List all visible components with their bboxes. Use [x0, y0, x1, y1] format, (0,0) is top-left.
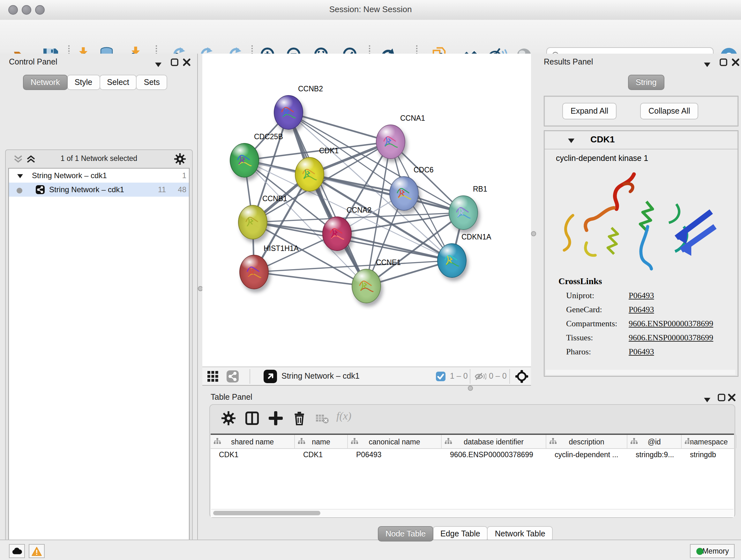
table-row[interactable]: CDK1CDK1P064939606.ENSP00000378699cyclin…	[211, 449, 734, 461]
node-CCNB1[interactable]	[238, 205, 267, 240]
warning-status-button[interactable]	[29, 544, 45, 558]
crosslink-value-link[interactable]: P06493	[629, 347, 654, 357]
tab-string[interactable]: String	[628, 75, 664, 90]
column-header-database-identifier[interactable]: database identifier	[442, 435, 546, 448]
edge-CCNB2-CCNE1[interactable]	[288, 112, 366, 286]
collapse-all-button[interactable]: Collapse All	[640, 103, 698, 119]
crosslink-value-link[interactable]: P06493	[629, 305, 654, 315]
network-collection-row[interactable]: String Network – cdk1 1	[9, 169, 189, 183]
tab-node-table[interactable]: Node Table	[378, 526, 433, 542]
add-column-icon[interactable]	[269, 411, 284, 427]
panel-menu-icon[interactable]	[154, 59, 165, 69]
float-panel-icon[interactable]	[718, 393, 728, 403]
crosslink-value-link[interactable]: 9606.ENSP00000378699	[629, 333, 713, 343]
table-cell[interactable]: cyclin-dependent ...	[546, 449, 627, 461]
control-panel-title: Control Panel	[9, 57, 57, 66]
gene-section-header[interactable]: CDK1	[544, 131, 738, 149]
node-label-CCNB1: CCNB1	[262, 195, 287, 202]
node-CCNA1[interactable]	[376, 125, 405, 159]
structure-thumbnail	[323, 217, 351, 250]
network-row[interactable]: String Network – cdk1 11 48	[9, 183, 189, 197]
panel-menu-icon[interactable]	[703, 394, 714, 404]
expand-all-button[interactable]: Expand All	[562, 103, 616, 119]
column-header-namespace[interactable]: namespace	[682, 435, 737, 448]
network-label: String Network – cdk1	[49, 185, 124, 194]
node-CCNA2[interactable]	[322, 216, 352, 251]
edge-CDK1-RB1[interactable]	[310, 174, 463, 212]
node-count: 11	[153, 185, 166, 194]
table-cell[interactable]: stringdb	[682, 449, 737, 461]
close-panel-icon[interactable]	[183, 57, 193, 68]
edge-CCNB2-CCNA1[interactable]	[288, 112, 391, 142]
collection-label: String Network – cdk1	[32, 171, 107, 180]
panel-menu-icon[interactable]	[703, 59, 714, 69]
splitter-handle[interactable]	[468, 386, 473, 391]
node-CCNE1[interactable]	[352, 269, 381, 303]
window-title: Session: New Session	[0, 4, 741, 14]
table-cell[interactable]: P06493	[348, 449, 442, 461]
tab-style[interactable]: Style	[67, 75, 100, 90]
close-panel-icon[interactable]	[731, 57, 741, 68]
table-panel: Table Panel f(x) shared namenamecanonica…	[202, 391, 741, 540]
node-HIST1H1A[interactable]	[239, 255, 269, 289]
cloud-status-button[interactable]	[9, 544, 25, 558]
tab-select[interactable]: Select	[99, 75, 137, 90]
tab-sets[interactable]: Sets	[136, 75, 167, 90]
edge-HIST1H1A-CCNE1[interactable]	[254, 272, 366, 286]
delete-column-icon[interactable]	[292, 411, 308, 427]
birds-eye-view-icon[interactable]	[264, 370, 277, 386]
crosslink-value-link[interactable]: P06493	[629, 291, 654, 301]
collection-count: 1	[174, 171, 186, 180]
network-options-gear-icon[interactable]	[174, 153, 186, 167]
node-CDC6[interactable]	[389, 176, 419, 211]
node-label-CCNB2: CCNB2	[298, 85, 323, 92]
node-RB1[interactable]	[449, 195, 478, 230]
table-cell[interactable]: CDK1	[295, 449, 348, 461]
node-CDKN1A[interactable]	[437, 243, 467, 278]
results-hscrollbar[interactable]	[546, 370, 735, 375]
show-columns-icon[interactable]	[245, 411, 260, 427]
fit-selected-crosshair-icon[interactable]	[515, 370, 529, 386]
network-badge-icon[interactable]	[226, 370, 239, 385]
grid-view-icon[interactable]	[207, 371, 218, 384]
collapse-tree-icon[interactable]	[17, 173, 23, 179]
float-panel-icon[interactable]	[171, 57, 181, 68]
column-header-shared-name[interactable]: shared name	[211, 435, 295, 448]
title-bar: Session: New Session	[0, 0, 741, 20]
current-network-title: String Network – cdk1	[281, 372, 360, 381]
tab-network[interactable]: Network	[23, 75, 68, 90]
node-CDC25B[interactable]	[230, 143, 259, 178]
node-CDK1[interactable]	[295, 157, 324, 192]
selected-checkbox-icon[interactable]	[436, 372, 446, 384]
column-header-description[interactable]: description	[546, 435, 627, 448]
column-header-canonical-name[interactable]: canonical name	[348, 435, 442, 448]
crosslink-value-link[interactable]: 9606.ENSP00000378699	[629, 319, 713, 329]
tab-network-table[interactable]: Network Table	[487, 526, 553, 542]
network-view-canvas[interactable]: CCNB2CCNA1CDC25BCDK1CDC6RB1CCNB1CCNA2CDK…	[202, 54, 531, 367]
node-label-CDK1: CDK1	[319, 147, 339, 154]
gene-name: CDK1	[590, 134, 615, 144]
table-cell[interactable]: 9606.ENSP00000378699	[442, 449, 546, 461]
splitter-handle[interactable]	[531, 231, 536, 236]
edge-CCNA2-CDKN1A[interactable]	[337, 234, 452, 260]
table-hscrollbar[interactable]	[211, 509, 733, 516]
table-cell[interactable]: stringdb:9...	[627, 449, 682, 461]
table-hscrollbar-thumb[interactable]	[213, 511, 320, 515]
vertical-splitter-left[interactable]	[198, 54, 202, 540]
close-panel-icon[interactable]	[728, 393, 738, 403]
node-CCNB2[interactable]	[274, 95, 303, 130]
column-header-name[interactable]: name	[295, 435, 348, 448]
crosslink-label: Pharos:	[566, 347, 591, 357]
tab-edge-table[interactable]: Edge Table	[433, 526, 488, 542]
table-gear-icon[interactable]	[221, 411, 237, 427]
collapse-section-icon[interactable]	[567, 137, 575, 144]
memory-button[interactable]: Memory	[690, 544, 735, 558]
float-panel-icon[interactable]	[719, 57, 730, 68]
vertical-splitter-right[interactable]	[531, 54, 536, 386]
crosslink-label: Compartments:	[566, 319, 617, 329]
control-panel: Control Panel NetworkStyleSelectSets 1 o…	[0, 54, 198, 540]
structure-thumbnail	[295, 158, 324, 191]
application-window: Session: New Session ? Control Panel Net…	[0, 0, 741, 560]
table-cell[interactable]: CDK1	[211, 449, 295, 461]
column-header--id[interactable]: @id	[627, 435, 682, 448]
